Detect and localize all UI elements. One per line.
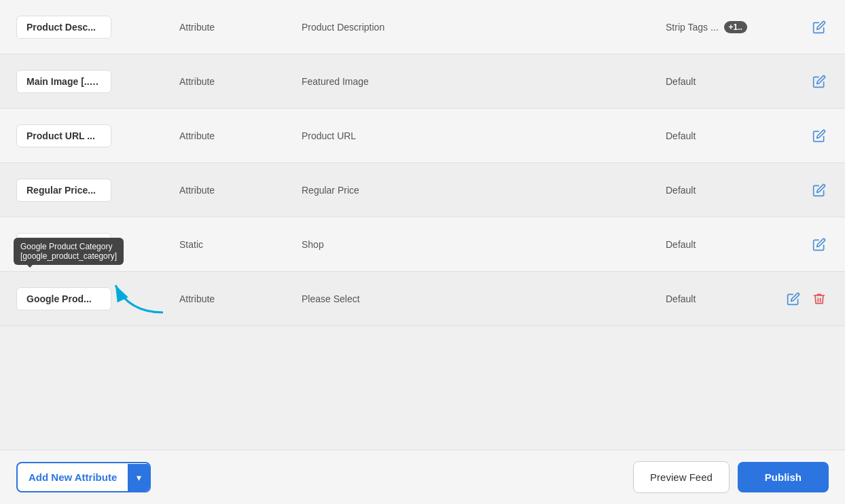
row-actions (774, 72, 829, 91)
row-modifier: Default (666, 185, 774, 196)
add-new-label: Add New Attribute (18, 463, 128, 491)
row-value: Product URL (302, 130, 666, 141)
row-modifier: Default (666, 293, 774, 304)
footer-bar: Add New Attribute ▾ Preview Feed Publish (0, 450, 845, 504)
row-type: Static (179, 239, 288, 250)
row-actions (774, 235, 829, 254)
row-name-button[interactable]: Regular Price... (16, 179, 111, 202)
row-modifier: Default (666, 239, 774, 250)
row-name-button[interactable]: Google Prod... (16, 287, 111, 310)
row-value: Product Description (302, 22, 666, 33)
row-value: Please Select (302, 293, 666, 304)
row-name-button[interactable]: Product Desc... (16, 16, 111, 39)
row-type: Attribute (179, 22, 288, 33)
edit-button[interactable] (810, 126, 829, 145)
row-name-button[interactable]: Main Image [..… (16, 70, 111, 93)
row-actions (774, 181, 829, 200)
edit-button[interactable] (784, 289, 803, 308)
row-actions (774, 18, 829, 37)
add-new-attribute-button[interactable]: Add New Attribute ▾ (16, 462, 151, 492)
table-row: Google Product Category [google_product_… (0, 272, 845, 326)
tooltip-content: Google Product Category [google_product_… (14, 238, 124, 265)
row-type: Attribute (179, 130, 288, 141)
delete-button[interactable] (810, 289, 829, 308)
edit-button[interactable] (810, 235, 829, 254)
row-value: Regular Price (302, 185, 666, 196)
table-row: Product URL ... Attribute Product URL De… (0, 109, 845, 163)
edit-button[interactable] (810, 72, 829, 91)
row-name-button[interactable]: Product URL ... (16, 124, 111, 147)
row-modifier: Strip Tags ...+1.. (666, 21, 774, 33)
attribute-list: Product Desc... Attribute Product Descri… (0, 0, 845, 450)
edit-button[interactable] (810, 181, 829, 200)
chevron-down-icon: ▾ (128, 464, 149, 491)
row-actions (774, 126, 829, 145)
row-type: Attribute (179, 293, 288, 304)
table-row: Regular Price... Attribute Regular Price… (0, 163, 845, 217)
row-modifier: Default (666, 76, 774, 87)
publish-button[interactable]: Publish (738, 462, 829, 492)
arrow-indicator (109, 275, 170, 319)
table-row: Main Image [..… Attribute Featured Image… (0, 54, 845, 109)
preview-feed-button[interactable]: Preview Feed (633, 461, 730, 493)
row-type: Attribute (179, 76, 288, 87)
row-value: Shop (302, 239, 666, 250)
row-value: Featured Image (302, 76, 666, 87)
row-type: Attribute (179, 185, 288, 196)
row-modifier: Default (666, 130, 774, 141)
edit-button[interactable] (810, 18, 829, 37)
footer-actions: Preview Feed Publish (633, 461, 829, 493)
modifier-badge: +1.. (724, 21, 747, 33)
row-actions (774, 289, 829, 308)
table-row: Product Desc... Attribute Product Descri… (0, 0, 845, 54)
table-row: Manufacture... Static Shop Default (0, 217, 845, 272)
